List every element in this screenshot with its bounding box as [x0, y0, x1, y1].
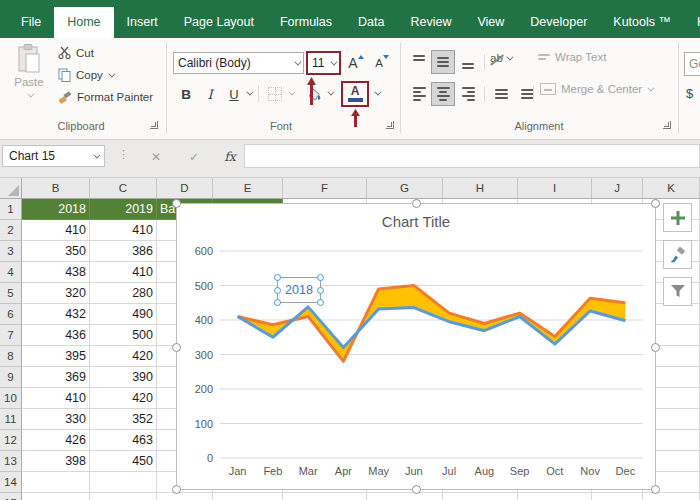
selection-handle[interactable]	[274, 287, 281, 294]
align-middle-button[interactable]	[431, 50, 455, 74]
chart-elements-button[interactable]	[663, 203, 692, 232]
font-color-button[interactable]: A	[341, 81, 369, 107]
cell-B14[interactable]	[22, 472, 90, 493]
ribbon-tab-page-layout[interactable]: Page Layout	[171, 7, 267, 38]
align-left-button[interactable]	[407, 82, 431, 106]
cell-B7[interactable]: 436	[22, 325, 90, 346]
cell-C2[interactable]: 410	[90, 220, 157, 241]
fill-color-dropdown-icon[interactable]	[327, 89, 334, 96]
cell-C9[interactable]: 390	[90, 367, 157, 388]
font-size-combo[interactable]: 11	[306, 51, 341, 75]
row-header-10[interactable]: 10	[0, 388, 22, 409]
chart-title[interactable]: Chart Title	[177, 213, 655, 230]
cell-C15[interactable]	[90, 493, 157, 500]
row-header-2[interactable]: 2	[0, 220, 22, 241]
chart-styles-button[interactable]	[663, 240, 692, 269]
accounting-format-button[interactable]: $	[686, 86, 693, 101]
selection-handle[interactable]	[172, 343, 181, 352]
paste-button[interactable]: Paste	[5, 44, 53, 132]
borders-button[interactable]	[263, 82, 287, 106]
formula-bar-drag-handle[interactable]: ⋮	[118, 148, 130, 161]
increase-indent-button[interactable]	[515, 82, 539, 106]
row-header-13[interactable]: 13	[0, 451, 22, 472]
row-header-9[interactable]: 9	[0, 367, 22, 388]
underline-button[interactable]: U	[222, 82, 246, 106]
ribbon-tab-data[interactable]: Data	[345, 7, 397, 38]
shrink-font-button[interactable]: A	[370, 51, 394, 75]
selection-handle[interactable]	[274, 274, 281, 281]
name-box-dropdown-icon[interactable]	[93, 151, 100, 158]
bold-button[interactable]: B	[174, 82, 198, 106]
column-header-C[interactable]: C	[90, 178, 157, 199]
cell-B15[interactable]	[22, 493, 90, 500]
chart-plot-area[interactable]: 0100200300400500600JanFebMarAprMayJunJul…	[177, 204, 657, 491]
cell-C10[interactable]: 420	[90, 388, 157, 409]
insert-function-button[interactable]: fx	[218, 146, 242, 167]
row-header-7[interactable]: 7	[0, 325, 22, 346]
column-header-D[interactable]: D	[157, 178, 213, 199]
cell-C3[interactable]: 386	[90, 241, 157, 262]
series-data-label[interactable]: 2018	[277, 277, 321, 303]
row-header-12[interactable]: 12	[0, 430, 22, 451]
selection-handle[interactable]	[651, 485, 660, 494]
cell-B5[interactable]: 320	[22, 283, 90, 304]
column-header-I[interactable]: I	[518, 178, 592, 199]
column-header-B[interactable]: B	[22, 178, 90, 199]
copy-button[interactable]: Copy	[58, 68, 113, 82]
cell-C6[interactable]: 490	[90, 304, 157, 325]
row-header-11[interactable]: 11	[0, 409, 22, 430]
cell-C4[interactable]: 410	[90, 262, 157, 283]
row-header-3[interactable]: 3	[0, 241, 22, 262]
name-box[interactable]: Chart 15	[2, 145, 105, 167]
alignment-dialog-launcher-icon[interactable]	[663, 121, 671, 129]
borders-dropdown-icon[interactable]	[288, 89, 295, 96]
cell-B10[interactable]: 410	[22, 388, 90, 409]
cell-C7[interactable]: 500	[90, 325, 157, 346]
paste-dropdown-icon[interactable]	[27, 91, 34, 98]
align-bottom-button[interactable]	[456, 50, 480, 74]
cut-button[interactable]: Cut	[58, 46, 94, 59]
merge-center-button[interactable]: Merge & Center	[540, 83, 652, 95]
select-all-corner[interactable]	[0, 178, 22, 199]
align-right-button[interactable]	[456, 82, 480, 106]
selection-handle[interactable]	[317, 274, 324, 281]
ribbon-tab-insert[interactable]: Insert	[114, 7, 171, 38]
cell-D15[interactable]	[157, 493, 213, 500]
cell-B12[interactable]: 426	[22, 430, 90, 451]
column-header-F[interactable]: F	[283, 178, 367, 199]
cell-K15[interactable]	[643, 493, 700, 500]
row-header-8[interactable]: 8	[0, 346, 22, 367]
cell-B9[interactable]: 369	[22, 367, 90, 388]
font-dialog-launcher-icon[interactable]	[386, 121, 394, 129]
ribbon-tab-view[interactable]: View	[464, 7, 517, 38]
row-header-5[interactable]: 5	[0, 283, 22, 304]
selection-handle[interactable]	[651, 343, 660, 352]
cell-B4[interactable]: 438	[22, 262, 90, 283]
cell-C14[interactable]	[90, 472, 157, 493]
selection-handle[interactable]	[412, 199, 421, 208]
enter-button[interactable]: ✓	[182, 146, 206, 167]
font-name-combo[interactable]: Calibri (Body)	[173, 52, 304, 74]
cell-J15[interactable]	[592, 493, 643, 500]
copy-dropdown-icon[interactable]	[108, 70, 115, 77]
row-header-6[interactable]: 6	[0, 304, 22, 325]
format-painter-button[interactable]: Format Painter	[58, 90, 153, 104]
font-color-dropdown-icon[interactable]	[374, 89, 381, 96]
cell-C1[interactable]: 2019	[90, 199, 157, 220]
ribbon-tab-kutools[interactable]: Kutools ™	[600, 7, 684, 38]
cell-C11[interactable]: 352	[90, 409, 157, 430]
italic-button[interactable]: I	[198, 82, 222, 106]
cell-G15[interactable]	[367, 493, 443, 500]
ribbon-tab-developer[interactable]: Developer	[517, 7, 600, 38]
cell-B3[interactable]: 350	[22, 241, 90, 262]
selection-handle[interactable]	[317, 299, 324, 306]
selection-handle[interactable]	[172, 199, 181, 208]
ribbon-tab-kut[interactable]: Kut	[684, 7, 700, 38]
number-format-combo[interactable]: Ge	[684, 52, 700, 76]
column-header-E[interactable]: E	[213, 178, 283, 199]
cancel-button[interactable]: ✕	[144, 146, 168, 167]
cell-E15[interactable]	[213, 493, 283, 500]
cell-I15[interactable]	[518, 493, 592, 500]
cell-H15[interactable]	[443, 493, 518, 500]
column-header-H[interactable]: H	[443, 178, 518, 199]
